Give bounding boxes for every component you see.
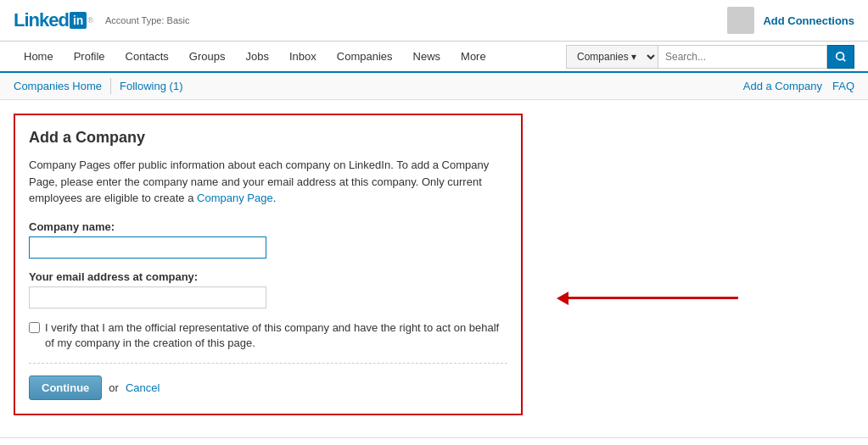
sub-nav-add-company[interactable]: Add a Company — [743, 80, 822, 92]
nav-companies[interactable]: Companies — [327, 42, 403, 71]
logo-text-linked: Linked — [14, 9, 69, 31]
continue-button[interactable]: Continue — [29, 375, 102, 400]
verify-checkbox[interactable] — [29, 322, 40, 333]
red-arrow — [557, 292, 738, 305]
main-content: Add a Company Company Pages offer public… — [0, 100, 868, 429]
company-name-group: Company name: — [29, 220, 507, 259]
account-type: Account Type: Basic — [105, 15, 189, 25]
add-connections-link[interactable]: Add Connections — [763, 14, 854, 27]
arrow-head — [557, 292, 568, 305]
email-group: Your email address at company: — [29, 270, 507, 309]
sub-nav-left: Companies Home Following (1) — [14, 78, 191, 94]
sub-nav-companies-home[interactable]: Companies Home — [14, 78, 111, 94]
sub-nav-following[interactable]: Following (1) — [111, 78, 191, 94]
logo-area: Linked in ® Account Type: Basic — [14, 9, 189, 31]
sub-nav: Companies Home Following (1) Add a Compa… — [0, 73, 868, 100]
nav-profile[interactable]: Profile — [64, 42, 115, 71]
nav-home[interactable]: Home — [14, 42, 64, 71]
svg-line-1 — [843, 58, 845, 61]
nav-more[interactable]: More — [451, 42, 496, 71]
top-right-area: Add Connections — [727, 7, 854, 34]
nav-news[interactable]: News — [403, 42, 451, 71]
footer: Help Center About Blog Careers Advertisi… — [0, 437, 868, 445]
avatar — [727, 7, 754, 34]
form-description-period: . — [273, 192, 277, 204]
search-category-select[interactable]: Companies ▾ People Jobs — [566, 45, 658, 69]
linkedin-logo: Linked in ® — [14, 9, 93, 31]
search-button[interactable] — [827, 45, 854, 69]
email-label: Your email address at company: — [29, 270, 507, 283]
nav-contacts[interactable]: Contacts — [115, 42, 179, 71]
nav-jobs[interactable]: Jobs — [236, 42, 279, 71]
company-page-link[interactable]: Company Page — [197, 192, 273, 204]
or-text: or — [109, 381, 119, 394]
sub-nav-right: Add a Company FAQ — [743, 80, 854, 92]
top-bar: Linked in ® Account Type: Basic Add Conn… — [0, 0, 868, 42]
arrow-area — [540, 114, 854, 415]
add-company-form-card: Add a Company Company Pages offer public… — [14, 114, 523, 415]
verify-text: I verify that I am the official represen… — [45, 320, 507, 351]
nav-links: Home Profile Contacts Groups Jobs Inbox … — [14, 42, 496, 71]
logo-in-box: in — [70, 12, 87, 29]
search-bar: Companies ▾ People Jobs — [566, 45, 854, 69]
form-actions: Continue or Cancel — [29, 375, 507, 400]
form-description: Company Pages offer public information a… — [29, 157, 507, 207]
email-input[interactable] — [29, 286, 266, 309]
sub-nav-faq[interactable]: FAQ — [832, 80, 854, 92]
nav-inbox[interactable]: Inbox — [279, 42, 327, 71]
verify-checkbox-area: I verify that I am the official represen… — [29, 320, 507, 364]
arrow-line — [568, 297, 738, 299]
nav-bar: Home Profile Contacts Groups Jobs Inbox … — [0, 42, 868, 73]
logo-registered: ® — [87, 16, 93, 25]
nav-groups[interactable]: Groups — [179, 42, 236, 71]
search-input[interactable] — [658, 45, 827, 69]
search-icon — [835, 51, 847, 63]
form-title: Add a Company — [29, 129, 507, 147]
company-name-input[interactable] — [29, 236, 266, 259]
company-name-label: Company name: — [29, 220, 507, 233]
cancel-link[interactable]: Cancel — [126, 381, 160, 394]
